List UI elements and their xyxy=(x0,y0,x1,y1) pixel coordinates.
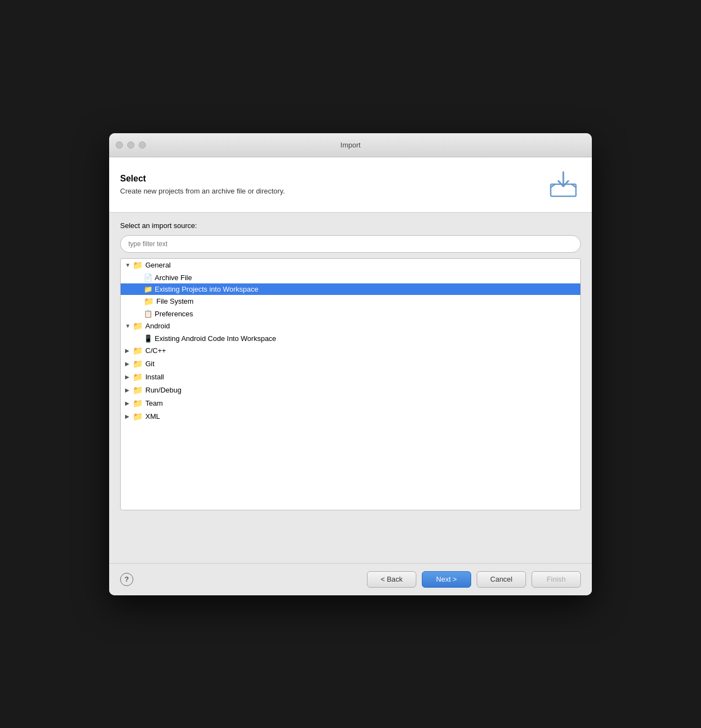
chevron-right-icon-git: ▶ xyxy=(125,361,133,367)
tree-item-run-debug[interactable]: ▶ 📁 Run/Debug xyxy=(121,384,580,397)
tree-item-android[interactable]: ▼ 📁 Android xyxy=(121,320,580,333)
chevron-right-icon-xml: ▶ xyxy=(125,413,133,419)
tree-item-git[interactable]: ▶ 📁 Git xyxy=(121,357,580,371)
filter-input-wrap xyxy=(120,235,581,253)
header-title: Select xyxy=(120,174,285,184)
chevron-right-icon-cpp: ▶ xyxy=(125,348,133,354)
project-icon: 📁 xyxy=(144,285,152,293)
tree-item-label-xml: XML xyxy=(145,412,160,420)
folder-icon-team: 📁 xyxy=(133,399,143,408)
tree-item-label-preferences: Preferences xyxy=(155,310,193,318)
import-icon xyxy=(546,167,581,202)
tree-item-label-archive: Archive File xyxy=(155,274,192,282)
titlebar: Import xyxy=(109,133,592,157)
tree-item-existing-projects[interactable]: 📁 Existing Projects into Workspace xyxy=(121,283,580,295)
cancel-button[interactable]: Cancel xyxy=(477,571,526,588)
tree-item-label-filesystem: File System xyxy=(156,297,194,305)
tree-item-archive-file[interactable]: 📄 Archive File xyxy=(121,272,580,283)
chevron-down-icon-android: ▼ xyxy=(125,323,133,329)
preferences-icon: 📋 xyxy=(144,310,152,318)
tree-item-label-install: Install xyxy=(145,373,164,381)
header-subtitle: Create new projects from an archive file… xyxy=(120,187,285,195)
chevron-down-icon: ▼ xyxy=(125,262,133,268)
back-button[interactable]: < Back xyxy=(367,571,416,588)
chevron-right-icon-install: ▶ xyxy=(125,374,133,380)
tree-item-label-existing: Existing Projects into Workspace xyxy=(155,285,258,293)
chevron-right-icon-team: ▶ xyxy=(125,400,133,406)
import-source-label: Select an import source: xyxy=(120,221,581,230)
folder-icon-cpp: 📁 xyxy=(133,346,143,356)
folder-icon-general: 📁 xyxy=(133,260,143,270)
filter-input[interactable] xyxy=(120,235,581,253)
android-icon: 📱 xyxy=(144,334,152,343)
import-icon-svg xyxy=(547,169,579,201)
folder-icon-rundebug: 📁 xyxy=(133,385,143,395)
tree-item-label-git: Git xyxy=(145,360,155,368)
next-button[interactable]: Next > xyxy=(422,571,471,588)
tree-item-label-rundebug: Run/Debug xyxy=(145,386,182,394)
tree-item-label-android-code: Existing Android Code Into Workspace xyxy=(155,334,276,343)
window-title: Import xyxy=(341,141,361,149)
folder-icon-filesystem: 📁 xyxy=(144,297,154,306)
header-section: Select Create new projects from an archi… xyxy=(109,157,592,213)
traffic-lights xyxy=(116,141,146,149)
spacer-area xyxy=(109,519,592,563)
folder-icon-xml: 📁 xyxy=(133,412,143,422)
chevron-right-icon-rundebug: ▶ xyxy=(125,387,133,393)
archive-icon: 📄 xyxy=(144,274,152,282)
tree-item-xml[interactable]: ▶ 📁 XML xyxy=(121,410,580,423)
folder-icon-install: 📁 xyxy=(133,372,143,382)
tree-item-install[interactable]: ▶ 📁 Install xyxy=(121,371,580,384)
tree-item-general[interactable]: ▼ 📁 General xyxy=(121,259,580,272)
folder-icon-android: 📁 xyxy=(133,321,143,331)
tree-item-team[interactable]: ▶ 📁 Team xyxy=(121,397,580,410)
folder-icon-git: 📁 xyxy=(133,359,143,369)
tree-item-cpp[interactable]: ▶ 📁 C/C++ xyxy=(121,344,580,357)
import-dialog: Import Select Create new projects from a… xyxy=(109,133,592,595)
help-button[interactable]: ? xyxy=(120,573,133,586)
header-text: Select Create new projects from an archi… xyxy=(120,174,285,195)
tree-item-label-android: Android xyxy=(145,322,170,330)
tree-container[interactable]: ▼ 📁 General 📄 Archive File 📁 Existing Pr… xyxy=(120,258,581,510)
tree-item-android-code[interactable]: 📱 Existing Android Code Into Workspace xyxy=(121,333,580,344)
maximize-button[interactable] xyxy=(139,141,146,149)
tree-item-file-system[interactable]: 📁 File System xyxy=(121,295,580,308)
footer-buttons: < Back Next > Cancel Finish xyxy=(367,571,581,588)
minimize-button[interactable] xyxy=(127,141,134,149)
finish-button[interactable]: Finish xyxy=(532,571,581,588)
content-section: Select an import source: ▼ 📁 General 📄 A… xyxy=(109,213,592,519)
tree-item-label-cpp: C/C++ xyxy=(145,346,166,355)
tree-item-preferences[interactable]: 📋 Preferences xyxy=(121,308,580,320)
tree-item-label-team: Team xyxy=(145,399,163,407)
tree-item-label-general: General xyxy=(145,261,171,269)
close-button[interactable] xyxy=(116,141,123,149)
footer-section: ? < Back Next > Cancel Finish xyxy=(109,563,592,595)
